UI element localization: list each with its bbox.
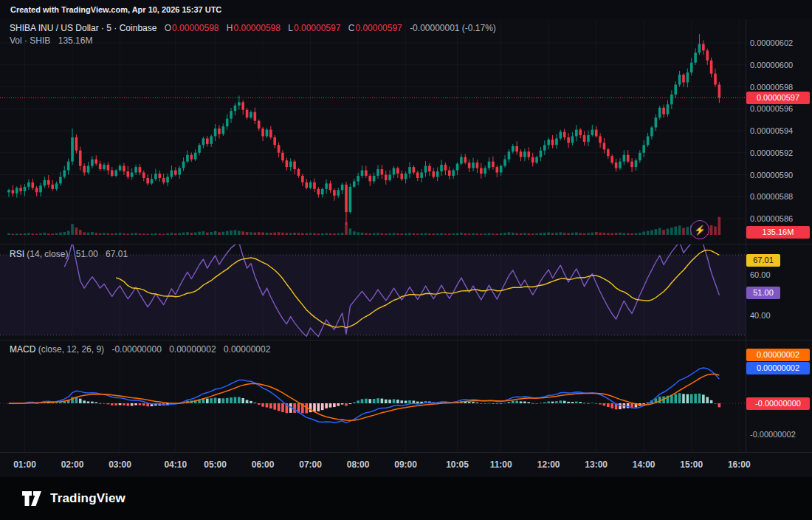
close-value: 0.00000597 (355, 23, 402, 33)
tradingview-snapshot: Created with TradingView.com, Apr 10, 20… (0, 0, 812, 520)
volume-label: Vol · SHIB (10, 35, 50, 46)
footer-bar: TradingView (0, 477, 812, 520)
snapshot-attribution: Created with TradingView.com, Apr 10, 20… (0, 0, 812, 19)
rsi-params: (14, close) (27, 249, 68, 259)
macd-legend[interactable]: MACD (close, 12, 26, 9) -0.00000000 0.00… (10, 344, 270, 355)
macd-params: (close, 12, 26, 9) (38, 344, 104, 355)
open-value: 0.00000598 (172, 23, 219, 33)
macd-hist-badge: -0.00000000 (746, 397, 810, 410)
volume-value: 135.16M (58, 35, 93, 46)
low-value: 0.00000597 (294, 23, 340, 33)
rsi-value-badge: 51.00 (746, 287, 780, 299)
rsi-ma-value: 67.01 (106, 249, 128, 259)
tradingview-logo-text[interactable]: TradingView (50, 491, 125, 506)
chart-canvas[interactable] (0, 0, 812, 520)
rsi-legend[interactable]: RSI (14, close) 51.00 67.01 (10, 249, 128, 259)
open-label: O (165, 23, 171, 33)
tradingview-logo-icon[interactable] (21, 490, 43, 507)
macd-signal-badge: 0.00000002 (746, 349, 810, 361)
flash-marker-button[interactable]: ⚡ (690, 220, 709, 239)
macd-hist-value: -0.00000000 (111, 344, 161, 355)
low-label: L (288, 23, 293, 33)
close-label: C (348, 23, 355, 33)
volume-axis-badge: 135.16M (746, 226, 810, 239)
last-price-badge: 0.00000597 (746, 92, 810, 104)
macd-signal-value: 0.00000002 (224, 344, 270, 355)
lightning-icon: ⚡ (694, 225, 706, 236)
rsi-current-value: 51.00 (76, 249, 98, 259)
symbol-legend[interactable]: SHIBA INU / US Dollar · 5 · Coinbase O0.… (10, 23, 496, 33)
symbol-title[interactable]: SHIBA INU / US Dollar · 5 · Coinbase (10, 23, 156, 33)
rsi-ma-badge: 67.01 (746, 254, 780, 267)
rsi-level-60-label: 60.00 (750, 270, 771, 280)
change-value: -0.00000001 (-0.17%) (410, 23, 496, 33)
high-value: 0.00000598 (234, 23, 281, 33)
volume-legend[interactable]: Vol · SHIB 135.16M (10, 35, 92, 46)
macd-line-badge: 0.00000002 (746, 362, 810, 374)
rsi-level-40-label: 40.00 (750, 310, 771, 321)
rsi-title[interactable]: RSI (10, 249, 24, 259)
high-label: H (227, 23, 233, 33)
macd-line-value: 0.00000002 (169, 344, 216, 355)
macd-title[interactable]: MACD (10, 344, 35, 355)
macd-axis-label: -0.00000002 (750, 429, 796, 439)
